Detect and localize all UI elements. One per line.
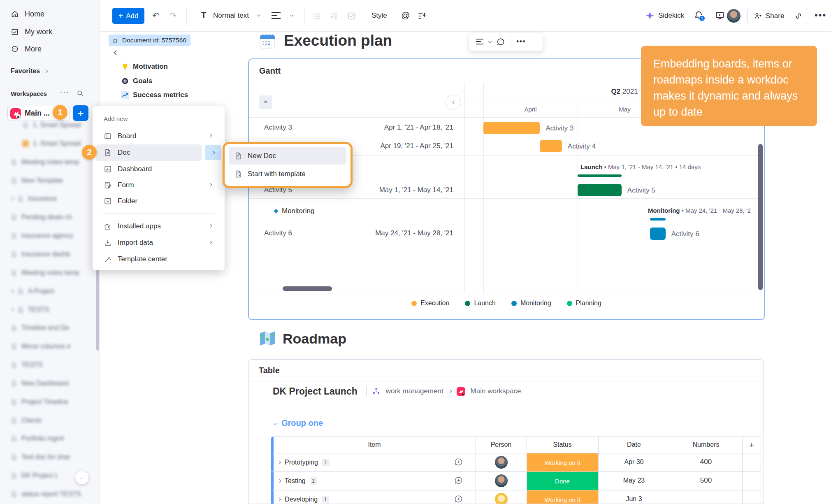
document-id-chip[interactable]: Document id: 5757560: [109, 35, 190, 46]
menu-item-doc[interactable]: Doc: [96, 144, 202, 161]
menu-item-import-data[interactable]: Import data: [96, 235, 221, 251]
column-header-item[interactable]: Item: [341, 441, 407, 448]
table-row-item[interactable]: Prototyping1: [278, 453, 330, 471]
sidebar-item-blurred[interactable]: Pending deals ch: [11, 212, 72, 223]
sidebar-item-home[interactable]: Home: [0, 6, 100, 22]
menu-item-board[interactable]: Board: [96, 128, 221, 144]
sidebar-item-my-work[interactable]: My work: [0, 23, 100, 40]
add-workspace-item-button[interactable]: +: [73, 105, 88, 121]
menu-item-folder[interactable]: Folder: [96, 193, 221, 209]
roadmap-title[interactable]: Roadmap: [283, 331, 346, 347]
doc-title[interactable]: Execution plan: [284, 32, 392, 49]
sidebar-item-blurred[interactable]: Insurance: [11, 193, 57, 204]
menu-item-new-doc[interactable]: New Doc: [229, 147, 346, 165]
sidebar-item-blurred[interactable]: DK Project L: [11, 470, 58, 481]
sidebar-item-blurred[interactable]: Meeting notes temp: [11, 267, 79, 278]
numbers-cell[interactable]: 400: [673, 458, 739, 466]
sidebar-item-more[interactable]: More: [0, 41, 100, 57]
expand-row-icon[interactable]: [278, 497, 281, 501]
breadcrumb-app[interactable]: work management: [386, 387, 443, 395]
share-button[interactable]: Share: [748, 8, 790, 24]
gantt-horizontal-scrollbar[interactable]: [283, 286, 332, 291]
add-update-button[interactable]: [454, 495, 463, 504]
status-cell[interactable]: Working on it: [527, 453, 598, 471]
table-row-item[interactable]: Developing1: [278, 490, 329, 504]
sidebar-item-blurred[interactable]: 1. Smart Spread: [22, 120, 81, 130]
sidebar-item-blurred[interactable]: Mirror columns e: [11, 341, 70, 352]
present-icon[interactable]: [715, 11, 725, 21]
item-name[interactable]: Testing: [285, 477, 306, 485]
date-cell[interactable]: Jun 3: [601, 495, 667, 503]
sidebar-item-blurred[interactable]: A Project: [11, 286, 54, 297]
menu-item-dashboard[interactable]: Dashboard: [96, 161, 221, 177]
comment-icon[interactable]: [497, 37, 505, 46]
table-row-item[interactable]: Testing1: [278, 471, 317, 490]
add-update-button[interactable]: [454, 476, 463, 485]
ai-assistant-icon[interactable]: [417, 11, 427, 21]
status-cell[interactable]: Working on it: [527, 490, 598, 504]
sidebar-item-blurred[interactable]: Portfolio mgmt: [11, 433, 64, 444]
sidebar-item-blurred[interactable]: Insurance dashb: [11, 249, 70, 260]
sidebar-item-blurred[interactable]: Insurance agency: [11, 230, 73, 241]
sidebar-item-blurred[interactable]: TESTS: [11, 360, 43, 370]
sidebar-item-blurred[interactable]: New Template: [11, 175, 63, 186]
gantt-bar[interactable]: [540, 140, 562, 152]
menu-item-template-center[interactable]: Template center: [96, 251, 221, 267]
chevron-down-icon[interactable]: [290, 13, 293, 16]
gantt-collapse-icon[interactable]: [259, 95, 272, 109]
bullet-list-icon[interactable]: [313, 12, 322, 21]
workspaces-search-icon[interactable]: [77, 90, 84, 97]
column-header-date[interactable]: Date: [601, 441, 667, 448]
align-icon[interactable]: [272, 12, 281, 19]
numbered-list-icon[interactable]: [330, 12, 339, 21]
align-icon[interactable]: [476, 39, 483, 45]
sidebar-item-blurred[interactable]: Test doc for shar: [11, 452, 70, 462]
copy-link-button[interactable]: [790, 8, 807, 24]
date-cell[interactable]: May 23: [601, 477, 667, 484]
outline-item-motivation[interactable]: Motivation: [121, 63, 168, 71]
gantt-bar[interactable]: [578, 184, 622, 196]
gantt-bar[interactable]: [650, 228, 666, 240]
item-name[interactable]: Prototyping: [285, 459, 318, 466]
undo-icon[interactable]: ↶: [152, 11, 160, 21]
sidebar-item-blurred[interactable]: Clients: [11, 415, 42, 426]
numbers-cell[interactable]: 500: [673, 476, 739, 485]
gantt-vertical-scrollbar[interactable]: [758, 144, 763, 290]
notifications-icon[interactable]: 1: [694, 10, 704, 21]
paragraph-style-select[interactable]: Normal text: [213, 12, 249, 20]
add-button[interactable]: + Add: [112, 8, 144, 24]
redo-icon[interactable]: ↷: [169, 11, 177, 21]
sidebar-item-blurred[interactable]: 1. Smart Spread: [22, 138, 81, 149]
sidekick-button[interactable]: Sidekick: [645, 11, 684, 21]
workspaces-options-icon[interactable]: ···: [60, 88, 70, 97]
person-avatar[interactable]: [495, 474, 508, 487]
widget-more-icon[interactable]: •••: [516, 37, 526, 46]
add-column-button[interactable]: +: [744, 440, 759, 451]
breadcrumb-workspace[interactable]: Main workspace: [471, 387, 521, 395]
menu-item-start-with-template[interactable]: Start with template: [229, 165, 346, 183]
person-avatar[interactable]: [495, 456, 508, 469]
column-header-status[interactable]: Status: [529, 441, 595, 448]
chevron-down-icon[interactable]: [257, 13, 260, 16]
expand-row-icon[interactable]: [278, 460, 281, 464]
outline-item-success-metrics[interactable]: Success metrics: [121, 91, 188, 99]
favorites-section[interactable]: Favorites: [11, 67, 47, 75]
sidebar-item-blurred[interactable]: New Dashboard: [11, 378, 69, 389]
group-header[interactable]: Group one: [274, 418, 323, 428]
date-cell[interactable]: Apr 30: [601, 458, 667, 466]
sidebar-collapse-button[interactable]: ··: [75, 471, 88, 484]
gantt-bar[interactable]: [483, 122, 540, 134]
sidebar-item-blurred[interactable]: Project Timeline: [11, 397, 68, 407]
board-name[interactable]: DK Project Launch: [273, 386, 357, 397]
status-cell[interactable]: Done: [527, 472, 598, 490]
column-header-person[interactable]: Person: [468, 441, 534, 448]
item-name[interactable]: Developing: [285, 496, 318, 503]
user-avatar[interactable]: [727, 9, 740, 23]
gantt-row-name[interactable]: Monitoring: [282, 207, 314, 215]
panel-collapse-button[interactable]: [446, 95, 461, 110]
menu-item-installed-apps[interactable]: Installed apps: [96, 218, 221, 235]
sidebar-item-blurred[interactable]: Meeting notes temp: [11, 157, 79, 167]
sidebar-item-blurred[interactable]: Timeline and De: [11, 323, 69, 333]
collapse-outline-icon[interactable]: [114, 50, 118, 55]
person-avatar[interactable]: [495, 493, 508, 504]
